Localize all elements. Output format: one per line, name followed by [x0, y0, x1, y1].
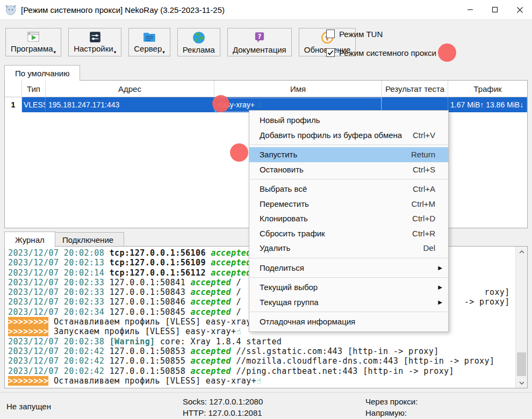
log-scrollbar[interactable]	[515, 247, 527, 388]
dropdown-arrow-icon: ▾	[54, 49, 56, 55]
tab-connections-label: Подключение	[62, 235, 113, 244]
menu-separator	[250, 258, 448, 258]
settings-icon	[88, 30, 102, 44]
menu-separator	[250, 312, 448, 312]
menu-item-delete[interactable]: УдалитьDel	[249, 241, 448, 256]
column-header-4[interactable]: Результат теста	[382, 81, 448, 97]
window-title: [Режим системного прокси] NekoRay (3.25-…	[21, 5, 225, 15]
annotation-circle-3	[230, 143, 248, 162]
menu-item-clone[interactable]: КлонироватьCtrl+D	[249, 211, 448, 226]
log-badge: >>>>>>>>	[8, 317, 48, 327]
menu-item-start[interactable]: ЗапуститьReturn	[249, 147, 448, 162]
submenu-arrow-icon: ▶	[438, 284, 442, 290]
menu-separator	[250, 145, 448, 145]
toolbar-button-documentation[interactable]: ?Документация	[227, 28, 292, 56]
log-line: 2023/12/07 20:02:42 127.0.0.1:50855 acce…	[8, 356, 515, 366]
scrollbar-thumb[interactable]	[517, 352, 526, 376]
table-header-row: ТипАдресИмяРезультат тестаТрафик	[5, 81, 527, 97]
log-line: >>>>>>>> Останавливаем профиль [VLESS] e…	[8, 376, 515, 386]
checkbox-tun-mode[interactable]: Режим TUN	[326, 28, 383, 39]
menu-item-label: Клонировать	[260, 214, 412, 223]
menu-item-label: Текущая группа	[260, 298, 435, 307]
checkbox-tun-mode-label: Режим TUN	[339, 30, 383, 39]
annotation-circle-1	[438, 44, 456, 62]
menu-item-label: Отладочная информация	[260, 317, 435, 326]
menu-separator	[250, 179, 448, 179]
address-cell[interactable]: 195.181.247.171:443	[46, 97, 214, 112]
menu-separator	[250, 277, 448, 278]
minimize-button[interactable]	[458, 0, 483, 19]
checkbox-tun-mode-box[interactable]	[326, 30, 335, 38]
menu-item-label: Новый профиль	[260, 115, 435, 125]
pointing-hand-icon: ☝	[256, 376, 262, 386]
submenu-arrow-icon: ▶	[438, 299, 442, 305]
menu-item-label: Запустить	[260, 150, 411, 159]
close-button[interactable]	[507, 0, 532, 19]
tab-log[interactable]: Журнал	[4, 232, 55, 247]
status-state: Не запущен	[6, 402, 51, 411]
menu-item-add-profile-from-clipboard[interactable]: Добавить профиль из буфера обменаCtrl+V	[249, 128, 448, 143]
status-socks: Socks: 127.0.0.1:2080	[183, 396, 263, 407]
menu-item-label: Остановить	[260, 165, 413, 174]
menu-item-reset-traffic[interactable]: Сбросить трафикCtrl+R	[249, 226, 448, 241]
tab-default-group[interactable]: По умолчанию	[4, 65, 80, 81]
program-icon	[26, 30, 40, 44]
log-badge: >>>>>>>>	[8, 376, 48, 386]
checkbox-system-proxy-mode-label: Режим системного прокси	[339, 48, 436, 57]
menu-item-label: Выбрать всё	[260, 184, 413, 193]
ads-icon	[192, 30, 206, 45]
menu-item-new-profile[interactable]: Новый профиль	[249, 113, 448, 128]
menu-item-shortcut: Ctrl+A	[413, 184, 435, 193]
row-number-header	[5, 81, 22, 97]
menu-item-shortcut: Ctrl+S	[413, 165, 435, 174]
column-header-5[interactable]: Трафик	[448, 81, 527, 97]
menu-item-select-all[interactable]: Выбрать всёCtrl+A	[249, 182, 448, 197]
dropdown-arrow-icon: ▾	[162, 49, 165, 55]
menu-item-shortcut: Ctrl+R	[412, 229, 435, 238]
menu-item-label: Текущий выбор	[260, 283, 435, 292]
menu-item-shortcut: Ctrl+V	[413, 131, 435, 140]
column-header-3[interactable]: Имя	[214, 81, 382, 97]
menu-item-shortcut: Del	[423, 243, 435, 252]
menu-item-label: Удалить	[260, 243, 423, 252]
scroll-up-icon[interactable]	[516, 247, 527, 257]
column-header-1[interactable]: Тип	[22, 81, 46, 97]
svg-text:?: ?	[257, 33, 261, 40]
submenu-arrow-icon: ▶	[438, 265, 442, 271]
toolbar-button-label: Документация	[233, 45, 286, 55]
scroll-down-icon[interactable]	[516, 378, 527, 388]
maximize-button[interactable]	[483, 0, 507, 19]
toolbar: Программа▾Настройки▾Сервер▾Реклама?Докум…	[5, 28, 356, 56]
pointing-hand-icon: ☝	[236, 327, 241, 336]
menu-item-shortcut: Return	[411, 150, 435, 159]
traffic-cell[interactable]: 1.67 MiB↑ 13.86 MiB↓	[448, 97, 527, 112]
toolbar-button-settings[interactable]: Настройки▾	[68, 28, 121, 56]
log-line: 2023/12/07 20:02:42 127.0.0.1:50853 acce…	[8, 346, 515, 356]
title-bar: [Режим системного прокси] NekoRay (3.25-…	[0, 0, 532, 20]
menu-item-current-group[interactable]: Текущая группа▶	[249, 295, 448, 310]
checkbox-system-proxy-mode[interactable]: Режим системного прокси	[326, 47, 436, 58]
dropdown-arrow-icon: ▾	[114, 49, 117, 55]
menu-item-move[interactable]: ПереместитьCtrl+M	[249, 197, 448, 212]
row-number-cell[interactable]: 1	[5, 97, 22, 112]
column-header-2[interactable]: Адрес	[46, 81, 214, 97]
toolbar-button-server[interactable]: Сервер▾	[128, 28, 170, 56]
status-http: HTTP: 127.0.0.1:2081	[183, 407, 263, 418]
app-icon	[5, 4, 17, 16]
menu-item-shortcut: Ctrl+D	[412, 214, 435, 223]
menu-item-debug-info[interactable]: Отладочная информация	[249, 314, 448, 329]
toolbar-button-ads[interactable]: Реклама	[177, 28, 220, 56]
checkbox-system-proxy-mode-box[interactable]	[326, 48, 335, 57]
menu-item-share[interactable]: Поделиться▶	[249, 261, 448, 276]
type-cell[interactable]: VLESS	[22, 97, 46, 112]
toolbar-button-program[interactable]: Программа▾	[5, 28, 61, 56]
menu-item-label: Переместить	[260, 199, 411, 208]
tab-connections[interactable]: Подключение	[52, 232, 124, 247]
toolbar-button-label: Программа▾	[11, 44, 56, 55]
pointing-hand-icon: ☝	[257, 100, 262, 109]
menu-item-shortcut: Ctrl+M	[411, 199, 435, 208]
toolbar-button-label: Сервер▾	[134, 44, 165, 55]
menu-item-current-selection[interactable]: Текущий выбор▶	[249, 280, 448, 295]
log-badge: >>>>>>>>	[8, 327, 48, 336]
menu-item-stop[interactable]: ОстановитьCtrl+S	[249, 162, 448, 177]
